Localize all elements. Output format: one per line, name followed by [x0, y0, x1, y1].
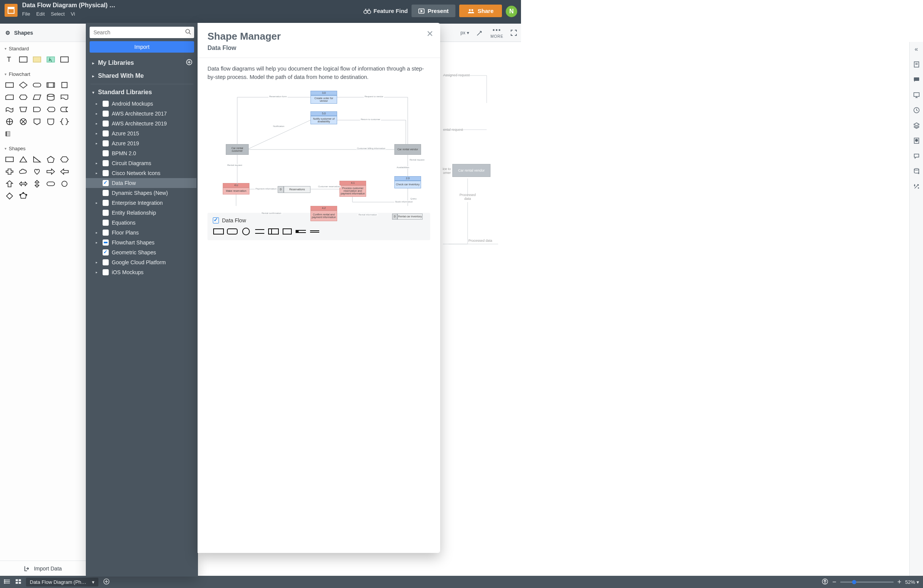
library-item-checkbox[interactable]: [103, 259, 109, 265]
library-item[interactable]: ▸Equations: [86, 218, 196, 228]
library-item[interactable]: ▸Entity Relationship: [86, 208, 196, 218]
fc-doc[interactable]: [59, 93, 69, 102]
gs-arrowlr[interactable]: [18, 180, 28, 188]
gs-rect[interactable]: [5, 155, 15, 164]
fc-tape[interactable]: [5, 105, 15, 113]
library-item-checkbox[interactable]: [103, 170, 109, 176]
fc-hex[interactable]: [18, 93, 28, 102]
library-item-checkbox[interactable]: [103, 160, 109, 166]
text-shape[interactable]: T: [5, 55, 15, 64]
fc-brace[interactable]: [59, 117, 69, 126]
fc-delay[interactable]: [32, 105, 42, 113]
fc-diamond[interactable]: [18, 81, 28, 89]
note-shape[interactable]: [32, 55, 42, 64]
library-item[interactable]: ▸Floor Plans: [86, 228, 196, 238]
shapes-group-standard[interactable]: Standard: [0, 42, 86, 54]
df-box-icon[interactable]: [281, 227, 293, 236]
library-item-checkbox[interactable]: [103, 220, 109, 226]
share-button[interactable]: Share: [459, 5, 502, 17]
library-item[interactable]: ▸Enterprise Integration: [86, 198, 196, 208]
fc-predefined[interactable]: [46, 81, 56, 89]
library-item-checkbox[interactable]: [103, 240, 109, 246]
library-item[interactable]: ▸AWS Architecture 2019: [86, 118, 196, 128]
fc-shield[interactable]: [46, 117, 56, 126]
df-rounded-icon[interactable]: [227, 227, 238, 236]
library-item[interactable]: ▸Azure 2015: [86, 128, 196, 138]
gs-diamond2[interactable]: [5, 192, 15, 200]
library-item-checkbox[interactable]: [103, 190, 109, 196]
library-item[interactable]: ▸AWS Architecture 2017: [86, 109, 196, 118]
present-button[interactable]: Present: [412, 5, 455, 17]
gs-pent[interactable]: [46, 155, 56, 164]
menu-more[interactable]: Vi: [71, 11, 75, 17]
fc-terminator[interactable]: [32, 81, 42, 89]
gs-arrowr[interactable]: [46, 168, 56, 176]
menu-file[interactable]: File: [22, 11, 30, 17]
df-lines-icon[interactable]: [309, 227, 320, 236]
dataflow-checkbox[interactable]: [213, 217, 219, 223]
library-item[interactable]: ▸Geometric Shapes: [86, 248, 196, 257]
df-rect-icon[interactable]: [213, 227, 224, 236]
add-library-icon[interactable]: [186, 59, 198, 67]
document-title[interactable]: Data Flow Diagram (Physical) …: [22, 2, 363, 9]
fc-rect[interactable]: [5, 81, 15, 89]
gs-arrowu[interactable]: [5, 180, 15, 188]
library-item-checkbox[interactable]: [103, 110, 109, 117]
library-item[interactable]: ▸Cisco Network Icons: [86, 168, 196, 178]
shapes-group-shapes[interactable]: Shapes: [0, 142, 86, 154]
library-item-checkbox[interactable]: [103, 150, 109, 156]
gs-arrowud[interactable]: [32, 180, 42, 188]
gs-righttri[interactable]: [32, 155, 42, 164]
gs-conn[interactable]: [59, 180, 69, 188]
rectangle-shape[interactable]: [18, 55, 28, 64]
library-item-checkbox[interactable]: [103, 230, 109, 236]
action-shape[interactable]: [46, 55, 56, 64]
fc-stored[interactable]: [59, 105, 69, 113]
library-item[interactable]: ▸Dynamic Shapes (New): [86, 188, 196, 198]
gs-tri[interactable]: [18, 155, 28, 164]
library-item[interactable]: ▸iOS Mockups: [86, 267, 196, 277]
library-item-checkbox[interactable]: [103, 140, 109, 146]
menu-select[interactable]: Select: [51, 11, 64, 17]
library-item-checkbox[interactable]: [103, 101, 109, 107]
library-item-checkbox[interactable]: [103, 120, 109, 126]
library-item-checkbox[interactable]: [103, 130, 109, 136]
df-split-icon[interactable]: [268, 227, 279, 236]
library-item-checkbox[interactable]: [103, 200, 109, 206]
gs-hex2[interactable]: [59, 155, 69, 164]
shapes-group-flowchart[interactable]: Flowchart: [0, 67, 86, 79]
fc-cyl[interactable]: [46, 93, 56, 102]
line-tool-icon[interactable]: [476, 29, 484, 37]
fc-manual[interactable]: [18, 105, 28, 113]
section-standard-libraries[interactable]: Standard Libraries: [86, 86, 198, 99]
library-item[interactable]: ▸Data Flow: [86, 178, 196, 188]
library-item[interactable]: ▸Azure 2019: [86, 138, 196, 148]
library-item-checkbox[interactable]: [103, 180, 109, 186]
block-shape[interactable]: [59, 55, 69, 64]
fc-or[interactable]: [18, 117, 28, 126]
section-shared-with-me[interactable]: Shared With Me: [86, 69, 198, 82]
library-search[interactable]: [90, 27, 194, 38]
gs-callout[interactable]: [46, 180, 56, 188]
df-circle-icon[interactable]: [240, 227, 252, 236]
fc-offpage[interactable]: [32, 117, 42, 126]
gs-cross[interactable]: [5, 168, 15, 176]
close-icon[interactable]: ✕: [426, 29, 433, 39]
fc-annotation[interactable]: [5, 130, 15, 138]
library-item-checkbox[interactable]: [103, 250, 109, 256]
feature-find-button[interactable]: Feature Find: [363, 8, 408, 14]
gs-heart[interactable]: [32, 168, 42, 176]
section-my-libraries[interactable]: My Libraries: [86, 56, 186, 69]
fc-card[interactable]: [5, 93, 15, 102]
fc-para[interactable]: [32, 93, 42, 102]
library-list[interactable]: ▸Android Mockups▸AWS Architecture 2017▸A…: [86, 99, 198, 333]
library-item[interactable]: ▸Android Mockups: [86, 99, 196, 109]
gear-icon[interactable]: [5, 30, 10, 36]
user-avatar[interactable]: N: [506, 6, 517, 17]
gs-arrowl[interactable]: [59, 168, 69, 176]
fullscreen-icon[interactable]: [510, 30, 517, 36]
fc-display[interactable]: [46, 105, 56, 113]
library-item[interactable]: ▸Circuit Diagrams: [86, 158, 196, 168]
library-item-checkbox[interactable]: [103, 269, 109, 275]
library-import-button[interactable]: Import: [90, 41, 194, 53]
